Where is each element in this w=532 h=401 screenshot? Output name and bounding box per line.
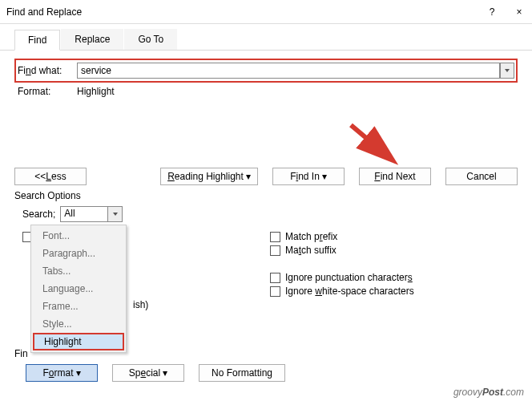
tab-replace-label: Replace: [75, 34, 110, 45]
titlebar-buttons: ? ×: [486, 6, 526, 18]
chevron-down-icon: [112, 211, 119, 217]
ignore-whitespace-label: Ignore white-space characters: [285, 286, 414, 297]
format-menu: Font... Paragraph... Tabs... Language...…: [30, 225, 127, 353]
find-section-label: Fin: [14, 348, 28, 359]
ignore-whitespace-checkbox[interactable]: Ignore white-space characters: [270, 286, 518, 297]
search-options-label: Search Options: [14, 185, 518, 205]
window-title: Find and Replace: [6, 6, 486, 18]
menu-highlight[interactable]: Highlight: [33, 333, 124, 350]
search-direction-value: All: [61, 207, 107, 221]
watermark: groovyPost.com: [453, 387, 524, 398]
svg-line-0: [351, 125, 391, 159]
menu-tabs[interactable]: Tabs...: [31, 262, 126, 280]
close-button[interactable]: ×: [513, 6, 526, 18]
search-label: Search;: [22, 209, 55, 220]
options-right-col: Match prefix Match suffix Ignore punctua…: [270, 229, 518, 310]
find-what-dropdown[interactable]: [500, 63, 514, 79]
action-buttons: << Less Reading Highlight▾ Find In▾ Find…: [14, 168, 518, 185]
menu-style[interactable]: Style...: [31, 315, 126, 333]
less-button[interactable]: << Less: [14, 168, 87, 185]
checkbox-icon: [270, 245, 280, 256]
bottom-buttons: Format▾ Special▾ No Formatting: [26, 364, 285, 382]
tab-goto[interactable]: Go To: [124, 29, 177, 50]
tab-replace[interactable]: Replace: [61, 29, 123, 50]
search-direction-dropdown[interactable]: [107, 207, 122, 221]
menu-paragraph[interactable]: Paragraph...: [31, 245, 126, 262]
titlebar: Find and Replace ? ×: [0, 0, 532, 24]
match-prefix-checkbox[interactable]: Match prefix: [270, 231, 518, 242]
reading-highlight-button[interactable]: Reading Highlight▾: [160, 168, 258, 185]
match-suffix-label: Match suffix: [285, 245, 337, 256]
format-label: Format:: [18, 86, 72, 97]
tab-strip: Find Replace Go To: [0, 24, 532, 51]
special-button[interactable]: Special▾: [112, 364, 184, 382]
format-button[interactable]: Format▾: [26, 364, 98, 382]
match-prefix-label: Match prefix: [285, 231, 337, 242]
checkbox-icon: [270, 286, 280, 297]
checkbox-icon: [270, 232, 280, 242]
match-suffix-checkbox[interactable]: Match suffix: [270, 245, 518, 256]
tab-find-label: Find: [28, 34, 46, 46]
arrow-annotation: [345, 119, 409, 175]
menu-frame[interactable]: Frame...: [31, 298, 126, 315]
menu-font[interactable]: Font...: [31, 227, 126, 245]
help-button[interactable]: ?: [486, 6, 498, 18]
cancel-button[interactable]: Cancel: [445, 168, 518, 185]
ignore-punct-label: Ignore punctuation characters: [285, 272, 413, 283]
find-what-label: Find what:: [18, 65, 72, 76]
checkbox-icon: [270, 273, 280, 283]
ignore-punct-checkbox[interactable]: Ignore punctuation characters: [270, 272, 518, 283]
find-what-row: Find what:: [14, 59, 518, 83]
tab-find[interactable]: Find: [14, 30, 60, 51]
menu-language[interactable]: Language...: [31, 280, 126, 298]
find-what-input[interactable]: [77, 63, 500, 79]
search-direction-select[interactable]: All: [60, 206, 123, 222]
tab-goto-label: Go To: [138, 34, 163, 45]
find-what-combo[interactable]: [77, 63, 514, 79]
find-in-button[interactable]: Find In▾: [272, 168, 345, 185]
format-value: Highlight: [77, 86, 115, 97]
chevron-down-icon: [504, 67, 510, 74]
format-row: Format: Highlight: [14, 84, 518, 97]
no-formatting-button[interactable]: No Formatting: [199, 364, 285, 382]
